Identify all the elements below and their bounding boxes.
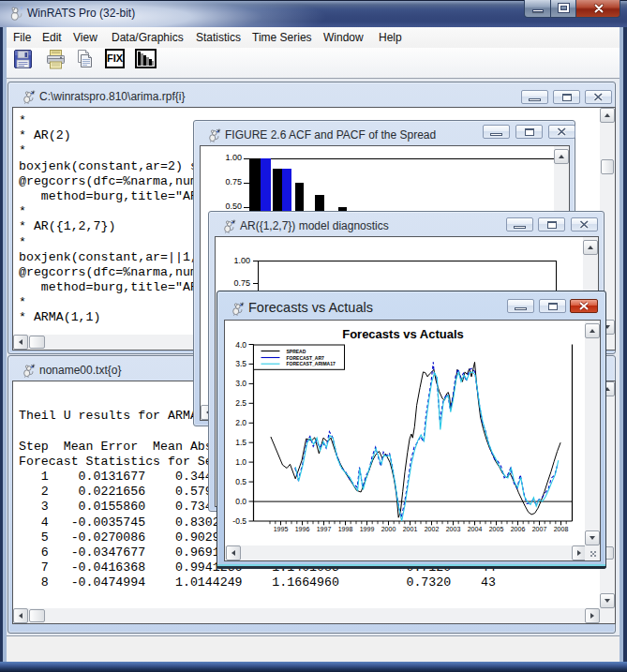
svg-text:-0.5: -0.5 <box>232 516 246 526</box>
svg-text:2002: 2002 <box>425 526 440 532</box>
svg-text:2006: 2006 <box>511 526 526 532</box>
svg-text:2003: 2003 <box>446 526 461 532</box>
svg-text:SPREAD: SPREAD <box>287 349 306 354</box>
svg-text:3.5: 3.5 <box>235 359 246 368</box>
svg-text:2005: 2005 <box>489 526 504 532</box>
svg-text:2001: 2001 <box>403 526 418 532</box>
svg-text:0.5: 0.5 <box>235 477 246 486</box>
svg-text:2007: 2007 <box>532 526 547 532</box>
svg-text:1999: 1999 <box>360 526 375 532</box>
svg-text:2.5: 2.5 <box>235 398 246 408</box>
svg-text:2008: 2008 <box>554 526 569 532</box>
svg-text:2000: 2000 <box>381 526 396 532</box>
svg-text:FORECAST_AR7: FORECAST_AR7 <box>287 355 325 361</box>
svg-text:4.0: 4.0 <box>235 340 246 350</box>
svg-text:1998: 1998 <box>338 526 353 532</box>
svg-text:1996: 1996 <box>295 526 310 532</box>
svg-text:3.0: 3.0 <box>235 379 246 388</box>
svg-text:1997: 1997 <box>317 526 332 532</box>
svg-text:FORECAST_ARIMA17: FORECAST_ARIMA17 <box>287 361 336 366</box>
svg-text:1.5: 1.5 <box>235 438 246 447</box>
svg-text:Forecasts vs Actuals: Forecasts vs Actuals <box>342 327 464 341</box>
svg-text:1995: 1995 <box>274 526 289 532</box>
svg-text:0.0: 0.0 <box>235 497 246 506</box>
svg-text:2004: 2004 <box>468 526 483 532</box>
svg-text:1.0: 1.0 <box>235 457 246 467</box>
svg-text:2.0: 2.0 <box>235 418 246 427</box>
